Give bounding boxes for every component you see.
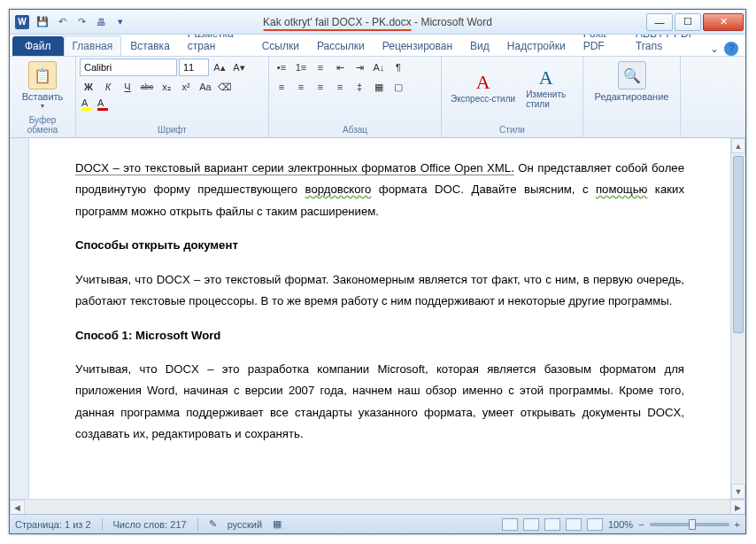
numbering-button[interactable]: 1≡ xyxy=(292,58,310,76)
heading[interactable]: Способы открыть документ xyxy=(75,235,684,256)
zoom-level[interactable]: 100% xyxy=(608,519,633,530)
maximize-button[interactable]: ☐ xyxy=(675,13,701,31)
change-case-button[interactable]: Aa xyxy=(197,78,214,96)
shrink-font-icon[interactable]: A▾ xyxy=(230,58,248,76)
group-font: Calibri 11 A▴ A▾ Ж К Ч abc x₂ x² Aa ⌫ A xyxy=(76,57,269,137)
highlight-color-button[interactable]: A xyxy=(80,97,94,110)
tab-review[interactable]: Рецензирован xyxy=(374,35,461,56)
line-spacing-button[interactable]: ‡ xyxy=(351,78,368,96)
bullets-button[interactable]: •≡ xyxy=(273,58,290,76)
font-color-button[interactable]: A xyxy=(96,97,110,110)
paragraph[interactable]: DOCX – это текстовый вариант серии элект… xyxy=(75,158,684,222)
change-styles-icon: A xyxy=(539,66,553,89)
paste-button[interactable]: 📋 Вставить▾ xyxy=(13,58,72,113)
vertical-scrollbar[interactable]: ▲ ▼ xyxy=(730,138,745,499)
quick-styles-button[interactable]: A Экспресс-стили xyxy=(445,69,521,105)
tab-view[interactable]: Вид xyxy=(461,35,498,56)
ribbon-collapse-icon[interactable]: ⌄ xyxy=(710,43,719,55)
scroll-left-icon[interactable]: ◀ xyxy=(10,500,25,515)
zoom-in-button[interactable]: + xyxy=(735,519,740,530)
page-indicator[interactable]: Страница: 1 из 2 xyxy=(15,519,91,530)
group-paragraph: •≡ 1≡ ≡ ⇤ ⇥ A↓ ¶ ≡ ≡ ≡ ≡ ‡ ▦ ▢ Абзац xyxy=(269,57,442,137)
heading[interactable]: Способ 1: Microsoft Word xyxy=(75,325,684,346)
tab-addins[interactable]: Надстройки xyxy=(498,35,575,56)
borders-button[interactable]: ▢ xyxy=(390,78,407,96)
tab-insert[interactable]: Вставка xyxy=(121,35,179,56)
group-editing: 🔍 Редактирование xyxy=(583,57,681,137)
document-area: DOCX – это текстовый вариант серии элект… xyxy=(10,138,745,499)
macro-icon[interactable]: ▦ xyxy=(273,518,282,530)
file-tab[interactable]: Файл xyxy=(12,36,64,56)
dedent-button[interactable]: ⇤ xyxy=(331,58,349,76)
group-font-label: Шрифт xyxy=(80,124,265,136)
vertical-ruler[interactable] xyxy=(10,138,29,499)
group-styles-label: Стили xyxy=(445,124,579,136)
zoom-thumb[interactable] xyxy=(689,519,696,530)
grow-font-icon[interactable]: A▴ xyxy=(211,58,228,76)
find-icon: 🔍 xyxy=(618,61,646,89)
italic-button[interactable]: К xyxy=(99,78,117,96)
group-clipboard: 📋 Вставить▾ Буфер обмена xyxy=(10,57,76,137)
language-indicator[interactable]: русский xyxy=(228,519,262,530)
bold-button[interactable]: Ж xyxy=(80,78,97,96)
close-button[interactable]: ✕ xyxy=(703,13,744,31)
window-controls: — ☐ ✕ xyxy=(646,13,745,31)
editing-button[interactable]: 🔍 Редактирование xyxy=(587,58,676,105)
align-right-button[interactable]: ≡ xyxy=(312,78,329,96)
save-icon[interactable]: 💾 xyxy=(35,14,50,30)
scroll-right-icon[interactable]: ▶ xyxy=(730,500,745,515)
align-justify-button[interactable]: ≡ xyxy=(331,78,349,96)
scroll-up-icon[interactable]: ▲ xyxy=(731,138,745,153)
tab-references[interactable]: Ссылки xyxy=(253,35,308,56)
print-layout-view[interactable] xyxy=(502,518,518,531)
help-icon[interactable]: ? xyxy=(724,42,738,56)
subscript-button[interactable]: x₂ xyxy=(158,78,175,96)
minimize-button[interactable]: — xyxy=(646,13,673,31)
clear-format-button[interactable]: ⌫ xyxy=(216,78,234,96)
print-icon[interactable]: 🖶 xyxy=(93,14,109,30)
fullscreen-view[interactable] xyxy=(523,518,539,531)
proofing-icon[interactable]: ✎ xyxy=(209,518,217,530)
group-styles: A Экспресс-стили A Изменить стили Стили xyxy=(442,57,583,137)
undo-icon[interactable]: ↶ xyxy=(54,14,70,30)
draft-view[interactable] xyxy=(587,518,603,531)
scroll-thumb[interactable] xyxy=(733,156,744,333)
align-left-button[interactable]: ≡ xyxy=(273,78,290,96)
outline-view[interactable] xyxy=(566,518,582,531)
word-window: W 💾 ↶ ↷ 🖶 ▾ Kak otkryt' fail DOCX - PK.d… xyxy=(9,9,746,534)
horizontal-scrollbar[interactable]: ◀ ▶ xyxy=(10,499,745,514)
tab-home[interactable]: Главная xyxy=(64,35,122,56)
zoom-slider[interactable] xyxy=(650,523,729,526)
font-size-combo[interactable]: 11 xyxy=(179,58,209,76)
clipboard-icon: 📋 xyxy=(28,61,57,89)
scroll-down-icon[interactable]: ▼ xyxy=(731,484,745,499)
quick-access-toolbar: 💾 ↶ ↷ 🖶 ▾ xyxy=(35,14,128,30)
font-name-combo[interactable]: Calibri xyxy=(80,58,177,76)
paragraph[interactable]: Учитывая, что DOCX – это текстовый форма… xyxy=(75,269,684,313)
show-marks-button[interactable]: ¶ xyxy=(390,58,407,76)
strike-button[interactable]: abc xyxy=(138,78,156,96)
statusbar: Страница: 1 из 2 Число слов: 217 ✎ русск… xyxy=(10,514,745,533)
titlebar: W 💾 ↶ ↷ 🖶 ▾ Kak otkryt' fail DOCX - PK.d… xyxy=(10,10,745,35)
shading-button[interactable]: ▦ xyxy=(370,78,388,96)
sort-button[interactable]: A↓ xyxy=(370,58,388,76)
ribbon: 📋 Вставить▾ Буфер обмена Calibri 11 A▴ A… xyxy=(10,57,745,138)
align-center-button[interactable]: ≡ xyxy=(292,78,310,96)
paragraph[interactable]: Учитывая, что DOCX – это разработка комп… xyxy=(75,359,684,446)
change-styles-button[interactable]: A Изменить стили xyxy=(521,65,571,111)
multilevel-button[interactable]: ≡ xyxy=(312,58,329,76)
document-page[interactable]: DOCX – это текстовый вариант серии элект… xyxy=(29,138,730,499)
indent-button[interactable]: ⇥ xyxy=(351,58,368,76)
zoom-out-button[interactable]: − xyxy=(638,519,644,530)
app-icon: W xyxy=(15,15,29,29)
redo-icon[interactable]: ↷ xyxy=(73,14,89,30)
window-title: Kak otkryt' fail DOCX - PK.docx - Micros… xyxy=(263,16,492,28)
web-view[interactable] xyxy=(544,518,560,531)
tab-mailings[interactable]: Рассылки xyxy=(308,35,374,56)
qat-customize-icon[interactable]: ▾ xyxy=(112,14,128,30)
underline-button[interactable]: Ч xyxy=(119,78,136,96)
group-paragraph-label: Абзац xyxy=(273,124,437,136)
group-clipboard-label: Буфер обмена xyxy=(13,114,72,136)
word-count[interactable]: Число слов: 217 xyxy=(113,519,187,530)
superscript-button[interactable]: x² xyxy=(177,78,195,96)
